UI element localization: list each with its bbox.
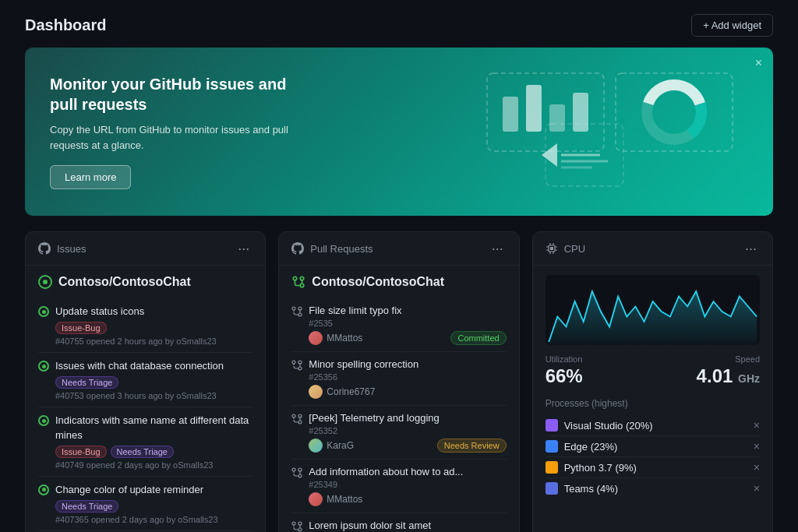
page-title: Dashboard: [25, 16, 106, 34]
issues-section-label: Issues: [57, 243, 87, 255]
issue-tags: Issue-Bug: [55, 322, 252, 334]
svg-point-30: [298, 421, 302, 424]
pr-author: MMattos: [309, 492, 362, 506]
learn-more-button[interactable]: Learn more: [50, 165, 131, 189]
issue-meta: #40753 opened 3 hours ago by oSmalls23: [55, 391, 252, 400]
issue-meta: #40755 opened 2 hours ago by oSmalls23: [55, 336, 252, 346]
pr-item: Lorem ipsum dolor sit amet: [291, 513, 506, 532]
issue-tag: Needs Triage: [55, 500, 118, 513]
pr-meta: Corine6767: [309, 385, 506, 399]
add-widget-button[interactable]: + Add widget: [691, 14, 773, 37]
process-name: Teams (4%): [564, 483, 754, 495]
svg-point-40: [298, 528, 302, 531]
process-name: Python 3.7 (9%): [564, 462, 754, 474]
issue-content: Change color of update reminder Needs Tr…: [55, 483, 252, 524]
pr-meta: MMattos Committed: [309, 331, 506, 345]
pr-content: Lorem ipsum dolor sit amet: [309, 520, 506, 532]
pr-item: Add information about how to ad... #2534…: [291, 460, 506, 513]
pr-title: Minor spelling correction: [309, 358, 506, 370]
cpu-more-button[interactable]: ···: [742, 241, 760, 255]
pr-author: MMattos: [309, 331, 362, 345]
process-close-button[interactable]: ×: [754, 419, 760, 432]
pr-author: Corine6767: [309, 385, 375, 399]
process-icon: [546, 461, 558, 474]
pr-merge-icon: [291, 360, 302, 371]
pr-content: File size limit typo fix #2535 MMattos C…: [309, 305, 506, 345]
author-avatar: [309, 385, 323, 399]
svg-rect-5: [549, 104, 565, 132]
cpu-widget: CPU ···: [532, 231, 773, 532]
pr-title: Add information about how to ad...: [309, 466, 506, 477]
pr-section-label: Pull Requests: [310, 243, 373, 255]
banner-close-button[interactable]: ×: [755, 57, 762, 69]
author-avatar: [309, 492, 323, 506]
cpu-widget-header: CPU ···: [533, 232, 772, 266]
pr-content: Minor spelling correction #25356 Corine6…: [309, 358, 506, 399]
issue-tags: Needs Triage: [55, 376, 252, 389]
issue-item: Indicators with same name at different d…: [38, 407, 252, 476]
pr-widget: Pull Requests ··· Contoso/ContosoChat: [278, 231, 519, 532]
pr-number: #25356: [309, 372, 506, 382]
process-name: Visual Studio (20%): [564, 420, 754, 432]
svg-point-19: [292, 307, 295, 310]
svg-point-20: [298, 313, 302, 316]
svg-point-36: [298, 468, 302, 471]
pr-repo-name: Contoso/ContosoChat: [291, 275, 506, 289]
pr-list: File size limit typo fix #2535 MMattos C…: [291, 298, 506, 532]
pr-content: [Peek] Telemetry and logging #25352 Kara…: [309, 412, 506, 453]
issue-content: Issues with chat database connection Nee…: [55, 359, 252, 400]
github-icon: [38, 242, 51, 255]
pr-merge-icon: [291, 414, 302, 425]
process-item: Edge (23%) ×: [546, 436, 760, 457]
svg-point-26: [298, 361, 302, 364]
cpu-chart: [546, 275, 760, 345]
banner-text: Monitor your GitHub issues and pull requ…: [50, 74, 315, 189]
cpu-section-label: CPU: [564, 243, 585, 255]
svg-point-14: [294, 277, 298, 280]
issues-repo-icon: [38, 275, 52, 289]
pr-content: Add information about how to ad... #2534…: [309, 466, 506, 506]
svg-marker-10: [542, 143, 557, 167]
pr-author: KaraG: [309, 439, 354, 453]
process-close-button[interactable]: ×: [754, 440, 760, 453]
process-item: Visual Studio (20%) ×: [546, 415, 760, 436]
cpu-stats: Utilization 66% Speed 4.01 GHz: [546, 354, 760, 387]
banner-illustration: [483, 69, 748, 194]
pr-widget-body: Contoso/ContosoChat File size limit typo…: [279, 266, 518, 532]
pr-meta: MMattos: [309, 492, 506, 506]
speed-label: Speed: [697, 354, 760, 364]
issue-item: Change color of update reminder Needs Tr…: [38, 477, 252, 531]
svg-point-41: [298, 522, 302, 525]
cpu-speed: Speed 4.01 GHz: [697, 354, 760, 387]
issue-title: Change color of update reminder: [55, 483, 252, 497]
issue-tags: Issue-BugNeeds Triage: [55, 446, 252, 458]
banner-graphic: [483, 69, 748, 194]
process-icon: [546, 419, 558, 432]
issues-more-button[interactable]: ···: [235, 241, 252, 255]
pr-title: Lorem ipsum dolor sit amet: [309, 520, 506, 531]
processes-header: Processes (highest): [546, 398, 760, 409]
issue-tag: Needs Triage: [111, 446, 174, 458]
issue-tags: Needs Triage: [55, 500, 252, 513]
banner: Monitor your GitHub issues and pull requ…: [25, 48, 773, 216]
pr-widget-header: Pull Requests ···: [279, 232, 518, 266]
issues-widget-header: Issues ···: [26, 232, 265, 266]
issue-dot: [38, 306, 49, 317]
issues-list: Update status icons Issue-Bug#40755 open…: [38, 298, 252, 532]
svg-point-24: [292, 361, 295, 364]
svg-point-21: [298, 307, 302, 310]
process-name: Edge (23%): [564, 441, 754, 453]
pr-title: File size limit typo fix: [309, 305, 506, 316]
pr-icon: [291, 275, 305, 289]
pr-more-button[interactable]: ···: [489, 241, 507, 255]
author-name: KaraG: [327, 440, 354, 451]
issues-repo-name: Contoso/ContosoChat: [38, 275, 252, 289]
author-avatar: [309, 439, 323, 453]
utilization-label: Utilization: [546, 354, 583, 364]
issue-title: Indicators with same name at different d…: [55, 414, 252, 442]
process-close-button[interactable]: ×: [754, 482, 760, 495]
issue-dot: [38, 361, 49, 372]
banner-description: Copy the URL from GitHub to monitor issu…: [50, 122, 315, 153]
process-close-button[interactable]: ×: [754, 461, 760, 474]
pr-merge-icon: [291, 467, 302, 478]
